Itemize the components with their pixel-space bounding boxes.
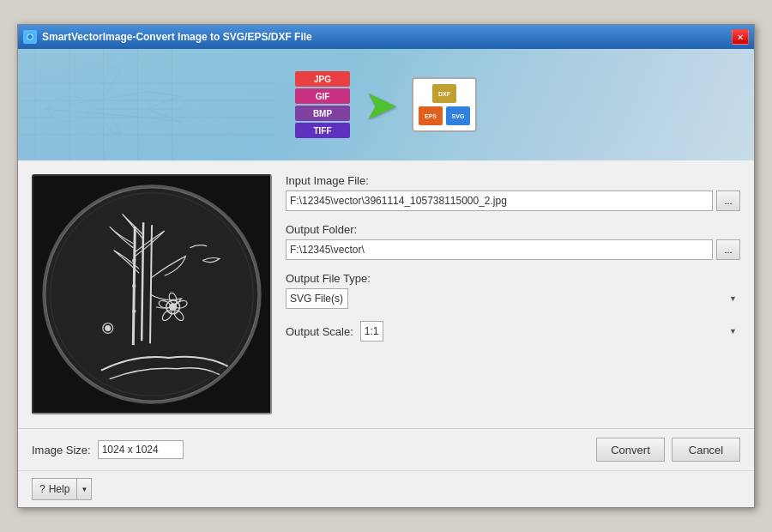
- output-scale-wrapper: 1:1 1:2 2:1: [360, 321, 740, 342]
- convert-button[interactable]: Convert: [596, 438, 665, 462]
- input-file-label: Input Image File:: [286, 174, 740, 187]
- output-folder-group: Output Folder: ...: [286, 223, 740, 260]
- output-type-label: Output File Type:: [286, 272, 740, 285]
- content-area: Input Image File: ... Output Folder: ...…: [18, 160, 754, 428]
- title-bar: SmartVectorImage-Convert Image to SVG/EP…: [18, 25, 754, 49]
- output-folder-row: ...: [286, 239, 740, 260]
- close-button[interactable]: ✕: [732, 29, 749, 45]
- output-formats: DXF EPS SVG: [412, 77, 477, 132]
- help-dropdown-arrow[interactable]: ▼: [77, 479, 91, 499]
- bmp-badge: BMP: [295, 106, 350, 121]
- footer-bar: ? Help ▼: [18, 470, 754, 507]
- window-title: SmartVectorImage-Convert Image to SVG/EP…: [42, 31, 312, 43]
- help-main[interactable]: ? Help: [33, 479, 77, 499]
- bottom-left: Image Size:: [32, 440, 184, 459]
- output-scale-group: Output Scale: 1:1 1:2 2:1: [286, 321, 740, 342]
- help-button[interactable]: ? Help ▼: [32, 478, 92, 500]
- output-type-wrapper: SVG File(s) EPS File(s) DXF File(s): [286, 288, 740, 309]
- tiff-badge: TIFF: [295, 123, 350, 138]
- output-browse-button[interactable]: ...: [716, 239, 740, 260]
- svg-point-24: [106, 325, 111, 330]
- eps-badge: EPS: [419, 106, 443, 125]
- conversion-icons: JPG GIF BMP TIFF ➤ DXF EPS SVG: [295, 71, 477, 138]
- image-size-label: Image Size:: [32, 444, 91, 456]
- help-icon: ?: [39, 483, 45, 495]
- svg-badge: SVG: [446, 106, 470, 125]
- output-folder-label: Output Folder:: [286, 223, 740, 236]
- preview-image: [33, 176, 270, 413]
- output-type-select[interactable]: SVG File(s) EPS File(s) DXF File(s): [286, 288, 348, 309]
- help-label: Help: [49, 483, 70, 495]
- output-scale-label: Output Scale:: [286, 325, 353, 338]
- action-buttons: Convert Cancel: [596, 438, 740, 462]
- output-folder-field[interactable]: [286, 239, 713, 260]
- input-file-group: Input Image File: ...: [286, 174, 740, 211]
- gif-badge: GIF: [295, 88, 350, 104]
- input-file-row: ...: [286, 190, 740, 211]
- output-type-group: Output File Type: SVG File(s) EPS File(s…: [286, 272, 740, 309]
- jpg-badge: JPG: [295, 71, 350, 87]
- right-panel: Input Image File: ... Output Folder: ...…: [286, 174, 740, 414]
- bottom-bar: Image Size: Convert Cancel: [18, 428, 754, 470]
- input-formats: JPG GIF BMP TIFF: [295, 71, 350, 138]
- title-bar-left: SmartVectorImage-Convert Image to SVG/EP…: [23, 30, 312, 44]
- dxf-badge: DXF: [432, 84, 456, 103]
- image-size-field[interactable]: [98, 440, 184, 459]
- main-window: SmartVectorImage-Convert Image to SVG/EP…: [17, 24, 755, 508]
- title-controls: ✕: [732, 29, 749, 45]
- input-file-field[interactable]: [286, 190, 713, 211]
- arrow-icon: ➤: [364, 81, 398, 129]
- header-banner: JPG GIF BMP TIFF ➤ DXF EPS SVG: [18, 49, 754, 160]
- output-row: EPS SVG: [419, 106, 470, 125]
- image-preview: [32, 174, 272, 414]
- cancel-button[interactable]: Cancel: [672, 438, 740, 462]
- output-scale-select[interactable]: 1:1 1:2 2:1: [360, 321, 383, 342]
- input-browse-button[interactable]: ...: [716, 190, 740, 211]
- app-icon: [23, 30, 37, 44]
